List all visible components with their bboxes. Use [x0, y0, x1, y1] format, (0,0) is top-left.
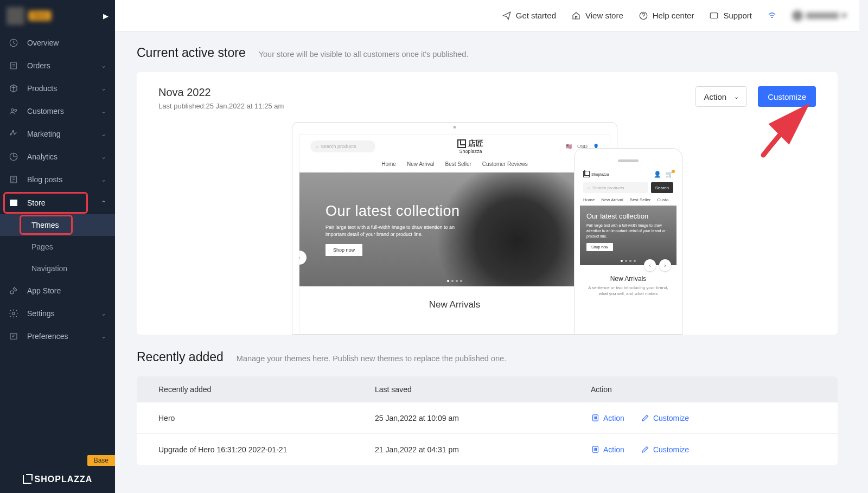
table-row: Upgrade of Hero 16:31:20 2022-01-21 21 J…	[137, 434, 838, 465]
brand-icon	[23, 475, 31, 484]
nav-preferences[interactable]: Preferences ⌄	[0, 325, 115, 348]
preview-search: ⌕Search products	[310, 140, 375, 152]
row-customize-link[interactable]: Customize	[641, 413, 689, 422]
nav-label: Store	[27, 199, 101, 207]
sidebar-header[interactable]: Store ▶	[0, 0, 115, 31]
sidebar-footer: Base SHOPLAZZA	[0, 449, 115, 493]
settings-icon	[9, 309, 18, 318]
theme-preview: ⌕Search products 店匠 Shoplazza 🇺🇸USD 👤	[158, 118, 816, 335]
row-customize-link[interactable]: Customize	[641, 445, 689, 454]
section-recent-header: Recently added Manage your themes here. …	[137, 350, 838, 364]
store-submenu: Themes Pages Navigation	[0, 214, 115, 279]
section-subtitle: Manage your themes here. Publish new the…	[237, 354, 506, 363]
chevron-down-icon: ⌄	[101, 332, 106, 340]
app-store-icon	[9, 286, 18, 296]
last-published: Last published:25 Jan,2022 at 11:25 am	[158, 102, 284, 110]
nav-label: Blog posts	[27, 175, 101, 184]
brand-text: SHOPLAZZA	[35, 475, 93, 484]
user-menu[interactable]: ▾	[792, 10, 846, 21]
chevron-down-icon: ▾	[842, 10, 846, 21]
view-store-link[interactable]: View store	[571, 11, 623, 21]
svg-rect-1	[11, 62, 17, 69]
nav-customers[interactable]: Customers ⌄	[0, 100, 115, 123]
desktop-preview: ⌕Search products 店匠 Shoplazza 🇺🇸USD 👤	[292, 122, 617, 335]
row-action-link[interactable]: Action	[591, 445, 624, 454]
preferences-icon	[9, 331, 18, 341]
nav-label: Marketing	[27, 130, 101, 138]
nav-marketing[interactable]: Marketing ⌄	[0, 123, 115, 145]
nav-orders[interactable]: Orders ⌄	[0, 54, 115, 77]
svg-point-8	[10, 291, 14, 294]
get-started-link[interactable]: Get started	[502, 11, 556, 21]
svg-point-9	[12, 312, 15, 315]
subnav-label: Pages	[31, 242, 53, 251]
section-title: Recently added	[137, 350, 224, 364]
cell-name: Upgrade of Hero 16:31:20 2022-01-21	[158, 445, 375, 454]
store-avatar	[7, 7, 24, 25]
svg-point-3	[15, 110, 17, 112]
table-row: Hero 25 Jan,2022 at 10:09 am Action Cust…	[137, 402, 838, 434]
nav-app-store[interactable]: App Store	[0, 279, 115, 302]
preview-section-title: New Arrivals	[299, 286, 610, 313]
preview-logo: 店匠 Shoplazza	[457, 139, 483, 154]
recent-themes-table: Recently added Last saved Action Hero 25…	[137, 376, 838, 465]
overview-icon	[9, 38, 18, 48]
chat-icon	[709, 11, 719, 21]
blog-icon	[9, 175, 18, 184]
sidebar: Store ▶ Overview Orders ⌄ Products ⌄ Cus…	[0, 0, 115, 493]
link-label: View store	[585, 11, 623, 20]
nav-label: Orders	[27, 61, 101, 70]
help-icon	[639, 11, 648, 21]
content-area: Current active store Your store will be …	[115, 31, 859, 493]
nav-blog-posts[interactable]: Blog posts ⌄	[0, 168, 115, 191]
store-icon	[9, 198, 18, 208]
section-title: Current active store	[137, 46, 246, 60]
arrow-right-icon[interactable]: ▶	[103, 12, 108, 20]
chevron-up-icon: ⌄	[101, 199, 106, 207]
nav-label: Settings	[27, 309, 101, 318]
orders-icon	[9, 61, 18, 71]
chevron-down-icon: ⌄	[101, 85, 106, 92]
nav-label: Analytics	[27, 152, 101, 161]
chevron-down-icon: ⌄	[101, 107, 106, 115]
customize-button[interactable]: Customize	[758, 86, 816, 107]
nav-store[interactable]: Store ⌄	[0, 191, 115, 214]
store-name: Store	[29, 11, 51, 21]
nav-analytics[interactable]: Analytics ⌄	[0, 145, 115, 168]
nav-label: Overview	[27, 39, 106, 47]
row-action-link[interactable]: Action	[591, 413, 624, 422]
nav-overview[interactable]: Overview	[0, 31, 115, 54]
nav-products[interactable]: Products ⌄	[0, 77, 115, 100]
col-header: Action	[591, 385, 816, 394]
nav-label: App Store	[27, 286, 106, 295]
mobile-preview: Shoplazza 👤🛒 ⌕Search products Search Hom…	[574, 148, 682, 335]
preview-nav: HomeNew ArrivalBest SellerCustomer Revie…	[299, 158, 610, 172]
cell-saved: 25 Jan,2022 at 10:09 am	[375, 414, 591, 422]
chevron-down-icon: ⌄	[101, 310, 106, 317]
action-dropdown[interactable]: Action ⌄	[695, 86, 747, 107]
nav-settings[interactable]: Settings ⌄	[0, 302, 115, 325]
subnav-label: Themes	[31, 221, 59, 229]
scrollbar[interactable]	[859, 0, 868, 493]
wifi-icon[interactable]	[767, 11, 777, 21]
subnav-navigation[interactable]: Navigation	[0, 258, 115, 279]
link-label: Help center	[653, 11, 694, 20]
main-content: Get started View store Help center Suppo…	[115, 0, 859, 493]
table-header: Recently added Last saved Action	[137, 376, 838, 402]
cell-saved: 21 Jan,2022 at 04:31 pm	[375, 445, 591, 454]
support-link[interactable]: Support	[709, 11, 752, 21]
plan-badge: Base	[87, 455, 115, 466]
help-center-link[interactable]: Help center	[639, 11, 694, 21]
chevron-down-icon: ⌄	[101, 130, 106, 138]
send-icon	[502, 11, 512, 21]
subnav-pages[interactable]: Pages	[0, 236, 115, 258]
products-icon	[9, 84, 18, 93]
svg-rect-10	[10, 334, 17, 340]
chevron-down-icon: ⌄	[101, 176, 106, 183]
svg-point-2	[11, 109, 14, 112]
subnav-themes[interactable]: Themes	[0, 214, 115, 236]
col-header: Recently added	[158, 385, 375, 394]
link-label: Get started	[516, 11, 556, 20]
analytics-icon	[9, 152, 18, 162]
preview-hero: Our latest collection Pair large text wi…	[299, 172, 610, 286]
